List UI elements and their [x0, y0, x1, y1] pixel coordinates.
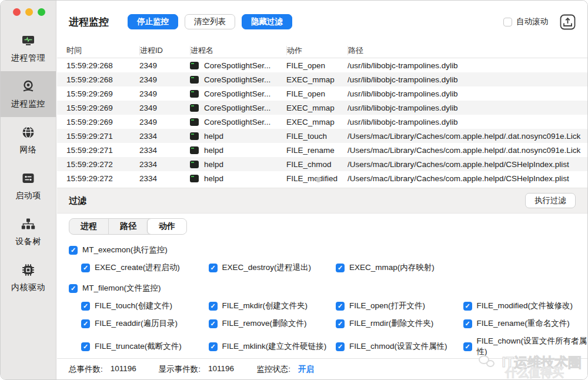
filter-section-header: 过滤 执行过滤	[57, 188, 587, 214]
cell-action: FILE_touch	[286, 132, 348, 141]
filter-checkbox[interactable]: ✓EXEC_mmap(内存映射)	[336, 262, 463, 273]
filter-checkbox[interactable]: ✓EXEC_destroy(进程退出)	[209, 262, 336, 273]
checkbox-checked-icon[interactable]: ✓	[209, 319, 218, 328]
filter-checkbox[interactable]: ✓FILE_rename(重命名文件)	[463, 318, 588, 329]
process-app-icon	[190, 118, 199, 126]
checkbox-label: FILE_remove(删除文件)	[222, 318, 307, 329]
column-header-2[interactable]: 进程ID	[139, 46, 190, 55]
table-row[interactable]: 15:59:29:2692349CoreSpotlightSer...EXEC_…	[57, 115, 587, 129]
filter-checkbox[interactable]: ✓FILE_rmdir(删除文件夹)	[336, 318, 463, 329]
table-row[interactable]: 15:59:29:2722334helpdFILE_modified/Users…	[57, 171, 587, 184]
checkbox-checked-icon[interactable]: ✓	[69, 284, 78, 293]
filter-group-children: ✓EXEC_create(进程启动)✓EXEC_destroy(进程退出)✓EX…	[81, 262, 576, 273]
table-row[interactable]: 15:59:29:2722334helpdFILE_chmod/Users/ma…	[57, 157, 587, 171]
checkbox-label: EXEC_destroy(进程退出)	[222, 262, 312, 273]
sidebar-item-3[interactable]: 网络	[1, 117, 56, 163]
column-header-3[interactable]: 进程名	[190, 46, 286, 55]
sidebar-item-4[interactable]: 启动项	[1, 163, 56, 209]
filter-tab-动作[interactable]: 动作	[147, 218, 187, 235]
table-row[interactable]: 15:59:29:2712334helpdFILE_touch/Users/ma…	[57, 129, 587, 143]
filter-checkbox[interactable]: ✓FILE_open(打开文件)	[336, 301, 463, 311]
checkbox-checked-icon[interactable]: ✓	[81, 302, 90, 311]
filter-group-checkbox[interactable]: ✓MT_execmon(执行监控)	[69, 245, 576, 255]
filter-checkbox[interactable]: ✓FILE_remove(删除文件)	[209, 318, 336, 329]
cell-time: 15:59:29:271	[57, 146, 139, 155]
sidebar-nav: 进程管理进程监控网络启动项设备树内核驱动	[1, 25, 56, 301]
filter-checkbox[interactable]: ✓FILE_mklink(建立文件硬链接)	[209, 336, 336, 357]
checkbox-checked-icon[interactable]: ✓	[463, 342, 472, 351]
sidebar-item-2[interactable]: 进程监控	[1, 71, 56, 117]
cell-path: /usr/lib/libobjc-trampolines.dylib	[348, 104, 587, 112]
autoscroll-label: 自动滚动	[516, 16, 548, 27]
filter-checkbox[interactable]: ✓FILE_modified(文件被修改)	[463, 301, 588, 311]
device-tree-icon	[21, 216, 36, 232]
checkbox-checked-icon[interactable]: ✓	[336, 342, 345, 351]
column-header-1[interactable]: 时间	[57, 46, 139, 55]
cell-path: /usr/lib/libobjc-trampolines.dylib	[348, 61, 587, 70]
horizontal-scrollbar-thumb[interactable]	[316, 177, 321, 182]
zoom-window-button[interactable]	[38, 8, 45, 16]
table-row[interactable]: 15:59:29:2682349CoreSpotlightSer...EXEC_…	[57, 72, 587, 86]
apply-filter-button[interactable]: 执行过滤	[525, 193, 576, 208]
cell-time: 15:59:29:269	[57, 118, 139, 126]
export-button[interactable]	[560, 14, 576, 30]
cell-time: 15:59:29:268	[57, 61, 139, 70]
sidebar-item-5[interactable]: 设备树	[1, 209, 56, 255]
filter-checkbox[interactable]: ✓FILE_chmod(设置文件属性)	[336, 336, 463, 357]
export-folder-up-icon	[560, 23, 576, 32]
autoscroll-checkbox[interactable]: 自动滚动	[503, 16, 548, 27]
filter-tab-路径[interactable]: 路径	[108, 219, 148, 234]
process-app-icon	[190, 175, 199, 182]
checkbox-checked-icon[interactable]: ✓	[209, 264, 218, 272]
filter-checkbox[interactable]: ✓EXEC_create(进程启动)	[81, 262, 209, 273]
column-header-5[interactable]: 路径	[348, 46, 587, 55]
clear-list-button[interactable]: 清空列表	[185, 14, 235, 29]
checkbox-checked-icon[interactable]: ✓	[69, 246, 78, 255]
table-row[interactable]: 15:59:29:2692349CoreSpotlightSer...EXEC_…	[57, 101, 587, 115]
process-name: helpd	[204, 174, 223, 183]
checkbox-checked-icon[interactable]: ✓	[336, 264, 345, 272]
filter-checkbox[interactable]: ✓FILE_readdir(遍历目录)	[81, 318, 209, 329]
checkbox-checked-icon[interactable]: ✓	[336, 319, 345, 328]
sidebar-item-1[interactable]: 进程管理	[1, 25, 56, 71]
filter-title: 过滤	[69, 195, 86, 206]
process-name: CoreSpotlightSer...	[204, 104, 270, 112]
cell-path: /Users/mac/Library/Caches/com.apple.help…	[348, 174, 587, 183]
checkbox-checked-icon[interactable]: ✓	[81, 342, 90, 351]
shown-events-value: 101196	[208, 364, 234, 375]
checkbox-label: FILE_rename(重命名文件)	[477, 318, 570, 329]
table-row[interactable]: 15:59:29:2692349CoreSpotlightSer...FILE_…	[57, 86, 587, 101]
filter-checkbox[interactable]: ✓FILE_touch(创建文件)	[81, 301, 209, 311]
sidebar-item-label: 网络	[20, 145, 37, 155]
stop-monitor-button[interactable]: 停止监控	[128, 14, 178, 29]
cell-process: helpd	[190, 146, 286, 155]
checkbox-checked-icon[interactable]: ✓	[463, 302, 472, 311]
cell-process: helpd	[190, 160, 286, 169]
filter-group-checkbox[interactable]: ✓MT_filemon(文件监控)	[69, 283, 576, 294]
close-window-button[interactable]	[13, 8, 21, 16]
checkbox-checked-icon[interactable]: ✓	[81, 264, 90, 272]
table-row[interactable]: 15:59:29:2682349CoreSpotlightSer...FILE_…	[57, 58, 587, 72]
monitor-status-stat: 监控状态: 开启	[256, 364, 314, 375]
event-table: 15:59:29:2682349CoreSpotlightSer...FILE_…	[57, 58, 587, 184]
checkbox-label: FILE_mkdir(创建文件夹)	[222, 301, 308, 311]
cell-pid: 2334	[139, 160, 190, 169]
checkbox-checked-icon[interactable]: ✓	[336, 302, 345, 311]
autoscroll-checkbox-box[interactable]	[503, 18, 512, 26]
minimize-window-button[interactable]	[25, 8, 33, 16]
column-header-4[interactable]: 动作	[286, 46, 348, 55]
filter-tabs: 进程路径动作	[69, 218, 187, 235]
filter-tab-进程[interactable]: 进程	[69, 219, 108, 234]
filter-checkbox[interactable]: ✓FILE_mkdir(创建文件夹)	[209, 301, 336, 311]
sidebar-item-6[interactable]: 内核驱动	[1, 255, 56, 301]
process-manager-icon	[21, 33, 36, 48]
filter-checkbox[interactable]: ✓FILE_truncate(截断文件)	[81, 336, 209, 357]
checkbox-checked-icon[interactable]: ✓	[209, 342, 218, 351]
cell-time: 15:59:29:269	[57, 89, 139, 98]
table-row[interactable]: 15:59:29:2712334helpdFILE_rename/Users/m…	[57, 143, 587, 157]
checkbox-checked-icon[interactable]: ✓	[81, 319, 90, 328]
hide-filter-button[interactable]: 隐藏过滤	[242, 14, 292, 29]
filter-checkbox[interactable]: ✓FILE_chown(设置文件所有者属性)	[463, 336, 588, 357]
checkbox-checked-icon[interactable]: ✓	[463, 319, 472, 328]
checkbox-checked-icon[interactable]: ✓	[209, 302, 218, 311]
